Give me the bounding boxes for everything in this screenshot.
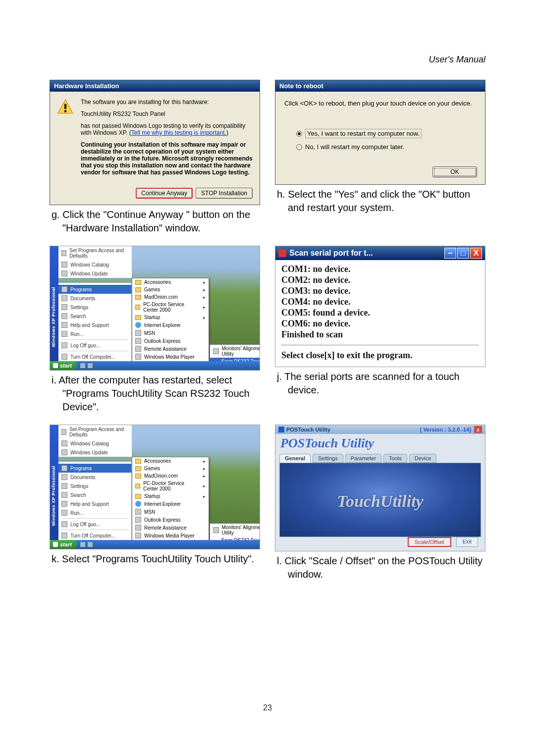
menu-icon [61,322,67,328]
hardware-installation-dialog: Hardware Installation The software you a… [50,80,260,205]
start-left-item[interactable]: Settings [58,482,131,490]
pos-tab[interactable]: Settings [313,454,343,463]
start-left-item[interactable]: Search [58,312,131,321]
menu-icon [135,459,141,464]
radio-yes[interactable] [296,131,302,137]
start-button[interactable]: start [50,540,77,549]
programs-menu-item[interactable]: MSN [132,329,209,337]
menu-icon [135,533,141,539]
menu-icon [135,338,141,344]
programs-menu-item[interactable]: Accessories▸ [132,278,209,286]
dialog-title: Note to reboot [275,80,485,92]
programs-menu-item[interactable]: Outlook Express [132,337,209,345]
scan-result-line: COM1: no device. [281,264,479,274]
start-left-item[interactable]: Help and Support [58,499,131,508]
radio-no[interactable] [296,144,302,150]
start-left-item[interactable]: Documents [58,473,131,482]
caption-g: g. Click the "Continue Anyway " button o… [60,208,260,235]
programs-menu-item[interactable]: Remote Assistance [132,345,209,353]
start-top-item[interactable]: Windows Update [58,269,132,278]
programs-menu-item[interactable]: Internet Explorer [132,500,209,508]
start-left-item[interactable]: Documents [58,294,131,303]
start-left-item[interactable]: Search [58,490,131,499]
svg-rect-1 [64,104,66,109]
maximize-button[interactable]: □ [457,248,469,259]
menu-icon [61,295,67,301]
programs-menu-item[interactable]: Startup▸ [132,492,209,500]
start-left-item[interactable]: Run... [58,508,131,517]
logo-testing-link[interactable]: Tell me why this testing is important. [131,129,226,136]
page-header: User's Manual [50,54,485,65]
programs-menu-item[interactable]: Remote Assistance [132,524,209,532]
pos-tab[interactable]: Device [409,454,437,463]
exit-button[interactable]: Exit [456,537,478,547]
tray-icon[interactable] [80,363,86,369]
minimize-button[interactable]: – [444,248,456,259]
scan-result-line: COM4: no device. [281,297,479,307]
caption-i: i. After the computer has restarted, sel… [60,374,260,414]
menu-icon [61,250,66,256]
start-top-item[interactable]: Set Program Access and Defaults [58,246,132,260]
programs-menu-item[interactable]: PC-Doctor Service Center 2000▸ [132,480,209,492]
programs-menu-item[interactable]: Startup▸ [132,314,209,321]
menu-icon [61,342,67,348]
start-left-item[interactable]: Settings [58,303,131,312]
pos-tab[interactable]: General [279,454,311,463]
menu-icon [135,280,141,285]
dialog-text: The software you are installing for this… [81,99,253,106]
dialog-warning-text: Continuing your installation of this sof… [81,141,253,176]
start-top-item[interactable]: Windows Catalog [58,439,132,448]
start-left-item[interactable]: Help and Support [58,321,131,329]
scan-footer-text: Select close[x] to exit the program. [281,350,479,361]
scale-offset-button[interactable]: Scale/Offset [408,537,451,547]
continue-anyway-button[interactable]: Continue Anyway [136,188,193,199]
touchutility-submenu-item[interactable]: Monitors' Alignment Utility [210,345,260,358]
scan-result-line: COM5: found a device. [281,308,479,318]
programs-menu-item[interactable]: MadOnion.com▸ [132,472,209,480]
menu-icon [135,517,141,523]
version-label: [ Version : 3.2.0 -14] [420,427,471,432]
programs-menu-item[interactable]: PC-Doctor Service Center 2000▸ [132,301,209,314]
menu-icon [135,322,141,328]
start-top-item[interactable]: Set Program Access and Defaults [58,425,132,439]
programs-menu-item[interactable]: MSN [132,508,209,516]
menu-icon [61,474,67,480]
menu-icon [135,484,140,488]
start-left-item[interactable]: Turn Off Computer... [58,531,131,540]
programs-menu-item[interactable]: Accessories▸ [132,457,209,465]
menu-icon [61,510,67,516]
dialog-text: has not passed Windows Logo testing to v… [81,122,253,136]
stop-installation-button[interactable]: STOP Installation [196,188,253,199]
programs-menu-item[interactable]: MadOnion.com▸ [132,293,209,301]
menu-icon [135,287,141,292]
scan-serial-port-window: Scan serial port for t... – □ X COM1: no… [275,246,485,367]
window-title: POSTouch Utility [286,427,420,432]
programs-menu-item[interactable]: Outlook Express [132,516,209,524]
programs-menu-item[interactable]: Games▸ [132,286,209,293]
pos-tab[interactable]: Tools [383,454,407,463]
programs-menu-item[interactable]: Windows Media Player [132,532,209,540]
programs-menu-item[interactable]: Windows Media Player [132,353,209,361]
start-top-item[interactable]: Windows Catalog [58,260,132,269]
tray-icon[interactable] [87,541,93,547]
tray-icon[interactable] [87,363,93,369]
pos-tab[interactable]: Parameter [345,454,381,463]
start-left-item[interactable]: Log Off guo... [58,520,131,529]
ok-button[interactable]: OK [432,166,477,177]
start-left-item[interactable]: Programs [58,464,131,473]
touchutility-submenu-item[interactable]: Monitors' Alignment Utility [210,524,260,537]
start-button[interactable]: start [50,361,77,370]
close-button[interactable]: x [474,426,482,433]
start-left-item[interactable]: Log Off guo... [58,341,131,350]
start-left-item[interactable]: Programs [58,285,131,294]
tray-icon[interactable] [80,541,86,547]
menu-icon [61,533,67,539]
programs-menu-item[interactable]: Games▸ [132,465,209,472]
start-left-item[interactable]: Turn Off Computer... [58,352,131,361]
menu-icon [135,295,141,300]
start-top-item[interactable]: Windows Update [58,448,132,457]
close-button[interactable]: X [470,248,482,259]
programs-menu-item[interactable]: Internet Explorer [132,321,209,329]
start-left-item[interactable]: Run... [58,329,131,338]
caption-j: j. The serial ports are scanned for a to… [286,370,485,397]
